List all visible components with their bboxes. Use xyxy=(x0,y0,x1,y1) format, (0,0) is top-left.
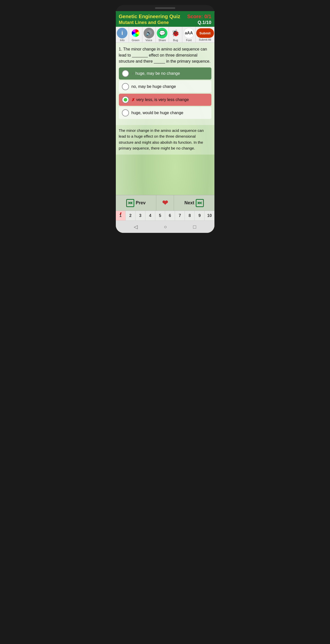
qnum-cell-9[interactable]: 9 xyxy=(195,211,205,220)
header-top: Genetic Engineering Quiz Score: 0/1 xyxy=(119,14,211,19)
qnum-cell-2[interactable]: 2 xyxy=(126,211,136,220)
radio-a xyxy=(122,70,129,77)
qnum-cell-7[interactable]: 7 xyxy=(175,211,185,220)
bug-icon: 🐞 xyxy=(170,28,181,38)
wrong-indicator-1: ✗ xyxy=(119,212,122,215)
prev-button[interactable]: ⏮ Prev xyxy=(116,195,157,211)
radio-c xyxy=(122,96,129,103)
option-b-text: no, may be huge change xyxy=(131,84,176,89)
back-button[interactable]: ◁ xyxy=(134,224,138,230)
content-wrapper: Genetic Engineering Quiz Score: 0/1 Muta… xyxy=(116,11,214,233)
green-label: Green xyxy=(132,39,140,42)
app-container: Genetic Engineering Quiz Score: 0/1 Muta… xyxy=(116,11,214,233)
info-icon: i xyxy=(117,28,127,38)
question-number-bar: ✗ 1 2 3 4 5 6 7 8 9 10 xyxy=(116,211,214,220)
font-label: Font xyxy=(186,39,192,42)
color-wheel-icon xyxy=(132,29,139,37)
heart-icon: ❤ xyxy=(162,199,168,207)
notch xyxy=(155,7,175,9)
home-button[interactable]: ○ xyxy=(164,224,167,230)
qnum-cell-10[interactable]: 10 xyxy=(205,211,214,220)
app-title: Genetic Engineering Quiz xyxy=(119,14,180,19)
option-d[interactable]: huge, would be huge change xyxy=(119,107,211,119)
option-d-text: huge, would be huge change xyxy=(131,111,184,115)
background-spacer xyxy=(116,155,214,195)
font-button[interactable]: aAA Font xyxy=(182,27,196,42)
recent-button[interactable]: □ xyxy=(193,224,196,230)
green-button[interactable]: Green xyxy=(129,27,142,42)
radio-c-inner xyxy=(124,98,127,102)
android-nav: ◁ ○ □ xyxy=(116,220,214,233)
info-label: Info xyxy=(120,39,124,42)
phone-frame: Genetic Engineering Quiz Score: 0/1 Muta… xyxy=(116,5,214,233)
share-icon: 💬 xyxy=(157,28,167,38)
quiz-subtitle: Mutant Lines and Gene xyxy=(119,20,169,25)
question-counter: Q.1/10 xyxy=(197,20,211,25)
status-bar xyxy=(116,5,214,11)
question-number: 1. xyxy=(119,47,122,51)
question-text: 1. The minor change in amino acid sequen… xyxy=(119,46,211,64)
submit-button[interactable]: Submit Submit All xyxy=(196,27,214,42)
option-a-text: huge, may be no change xyxy=(136,71,180,76)
voice-icon: 🔊 xyxy=(144,28,154,38)
option-b[interactable]: no, may be huge change xyxy=(119,81,211,93)
header-bottom: Mutant Lines and Gene Q.1/10 xyxy=(119,20,211,25)
heart-button[interactable]: ❤ xyxy=(156,195,174,211)
info-button[interactable]: i Info xyxy=(116,27,129,42)
options-container: ✓ huge, may be no change no, may be huge… xyxy=(119,67,211,119)
radio-b xyxy=(122,83,129,90)
share-button[interactable]: 💬 Share xyxy=(156,27,169,42)
share-label: Share xyxy=(159,39,166,42)
qnum-cell-3[interactable]: 3 xyxy=(136,211,145,220)
header: Genetic Engineering Quiz Score: 0/1 Muta… xyxy=(116,11,214,27)
explanation-text: The minor change in the amino acid seque… xyxy=(116,125,214,155)
bug-button[interactable]: 🐞 Bug xyxy=(169,27,182,42)
green-icon xyxy=(130,28,141,38)
question-area: 1. The minor change in amino acid sequen… xyxy=(116,43,214,125)
voice-button[interactable]: 🔊 Voice xyxy=(142,27,156,42)
prev-first-icon: ⏮ xyxy=(126,199,134,207)
prev-label: Prev xyxy=(136,200,146,206)
nav-bar: ⏮ Prev ❤ Next ⏭ xyxy=(116,195,214,211)
voice-label: Voice xyxy=(145,39,152,42)
qnum-cell-8[interactable]: 8 xyxy=(185,211,195,220)
font-icon: aAA xyxy=(184,28,194,38)
qnum-cell-6[interactable]: 6 xyxy=(165,211,175,220)
qnum-cell-4[interactable]: 4 xyxy=(145,211,155,220)
option-c[interactable]: ✗ very less, is very less change xyxy=(119,94,211,106)
next-last-icon: ⏭ xyxy=(196,199,204,207)
qnum-cell-5[interactable]: 5 xyxy=(155,211,165,220)
option-c-text: very less, is very less change xyxy=(136,97,189,102)
option-a[interactable]: ✓ huge, may be no change xyxy=(119,67,211,80)
submit-icon: Submit xyxy=(196,28,214,38)
radio-d xyxy=(122,109,129,116)
score-display: Score: 0/1 xyxy=(187,14,211,19)
question-body: The minor change in amino acid sequence … xyxy=(119,47,211,63)
x-icon-c: ✗ xyxy=(131,97,135,102)
check-icon-a: ✓ xyxy=(131,71,135,76)
next-label: Next xyxy=(184,200,194,206)
next-button[interactable]: Next ⏭ xyxy=(174,195,214,211)
bug-label: Bug xyxy=(173,39,178,42)
qnum-cell-1[interactable]: ✗ 1 xyxy=(116,211,126,220)
submit-all-label: Submit All xyxy=(199,38,211,41)
toolbar: i Info Green 🔊 Voice 💬 Share xyxy=(116,27,214,43)
